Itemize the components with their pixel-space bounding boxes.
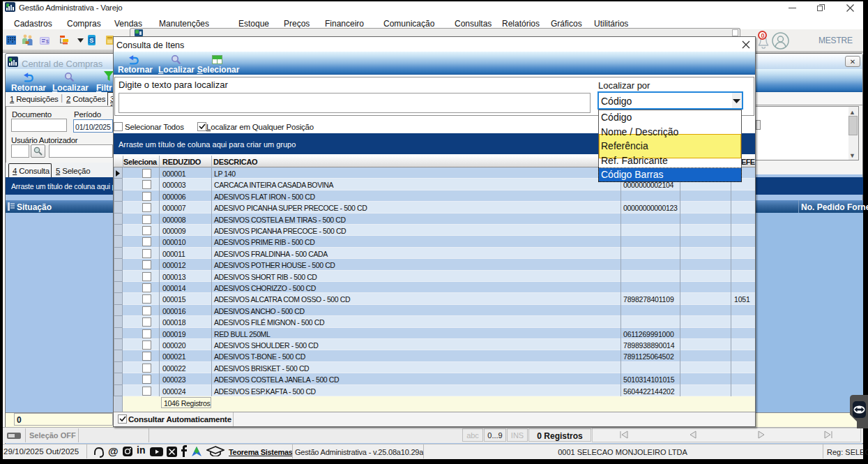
svg-text:$: $ [46,39,49,44]
svg-text:S: S [89,37,93,44]
